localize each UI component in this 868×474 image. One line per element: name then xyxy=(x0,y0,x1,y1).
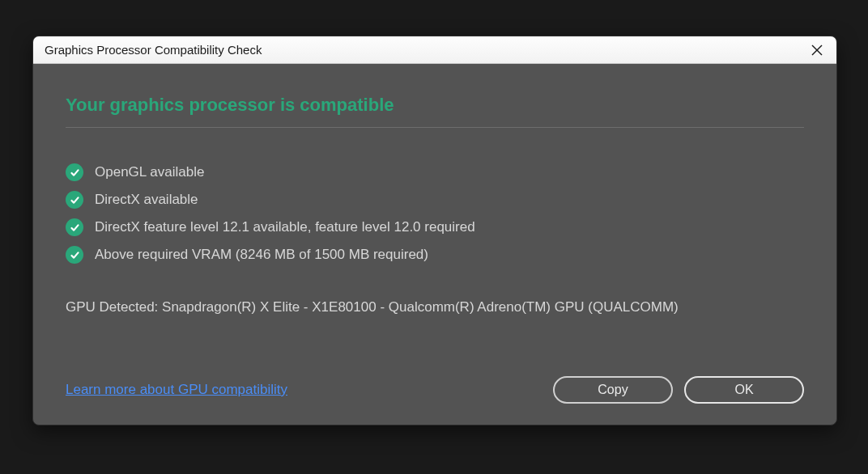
check-row: DirectX available xyxy=(66,191,804,209)
check-row: DirectX feature level 12.1 available, fe… xyxy=(66,218,804,236)
checkmark-icon xyxy=(66,246,83,264)
checkmark-icon xyxy=(66,163,83,181)
compatibility-headline: Your graphics processor is compatible xyxy=(66,95,804,128)
check-label: OpenGL available xyxy=(95,164,204,180)
titlebar: Graphics Processor Compatibility Check xyxy=(33,36,836,64)
dialog-footer: Learn more about GPU compatibility Copy … xyxy=(66,376,804,404)
checks-list: OpenGL available DirectX available Direc… xyxy=(66,163,804,264)
copy-button[interactable]: Copy xyxy=(553,376,673,404)
check-row: OpenGL available xyxy=(66,163,804,181)
ok-button[interactable]: OK xyxy=(684,376,804,404)
checkmark-icon xyxy=(66,218,83,236)
check-label: Above required VRAM (8246 MB of 1500 MB … xyxy=(95,247,428,263)
learn-more-link[interactable]: Learn more about GPU compatibility xyxy=(66,382,287,398)
check-row: Above required VRAM (8246 MB of 1500 MB … xyxy=(66,246,804,264)
gpu-compatibility-dialog: Graphics Processor Compatibility Check Y… xyxy=(32,36,837,425)
checkmark-icon xyxy=(66,191,83,209)
close-button[interactable] xyxy=(806,39,828,61)
check-label: DirectX feature level 12.1 available, fe… xyxy=(95,219,475,235)
gpu-detected-text: GPU Detected: Snapdragon(R) X Elite - X1… xyxy=(66,299,804,315)
dialog-title: Graphics Processor Compatibility Check xyxy=(45,43,806,57)
dialog-content: Your graphics processor is compatible Op… xyxy=(33,64,836,425)
check-label: DirectX available xyxy=(95,192,198,208)
close-icon xyxy=(811,44,823,56)
